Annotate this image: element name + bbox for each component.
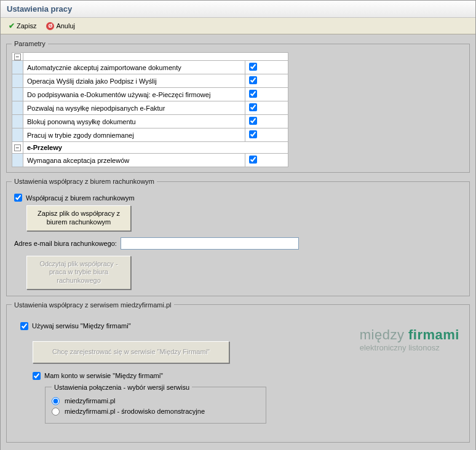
cooperate-accounting-label: Współpracuj z biurem rachunkowym (26, 194, 135, 202)
table-row: Automatycznie akceptuj zaimportowane dok… (12, 61, 288, 74)
miedzyfirmami-logo: między firmami elektroniczny listonosz (360, 327, 459, 352)
save-button-label: Zapisz (17, 22, 36, 30)
logo-part1: między (360, 327, 408, 342)
content: Parametry − Automatycznie akceptuj zaimp… (1, 34, 475, 450)
param-checkbox[interactable] (249, 90, 257, 98)
toolbar: ✔ Zapisz Ø Anuluj (1, 18, 475, 34)
param-checkbox[interactable] (249, 156, 257, 164)
accounting-email-input[interactable] (121, 237, 299, 250)
logo-part2: firmami (408, 327, 459, 342)
cancel-icon: Ø (46, 22, 54, 30)
window-title: Ustawienia pracy (1, 1, 475, 18)
table-row: Pozwalaj na wysyłkę niepodpisanych e-Fak… (12, 101, 288, 115)
use-service-label: Używaj serwisu "Między firmami" (32, 322, 131, 330)
connection-settings-legend: Ustawienia połączenia - wybór wersji ser… (52, 384, 192, 391)
param-label: Pozwalaj na wysyłkę niepodpisanych e-Fak… (23, 101, 245, 115)
logo-subtitle: elektroniczny listonosz (360, 343, 459, 352)
read-cooperation-file-button: Odczytaj plik współpracy - praca w trybi… (26, 256, 131, 290)
param-section-header: − (12, 53, 288, 61)
param-checkbox[interactable] (249, 63, 257, 71)
server-demo-radio[interactable] (52, 408, 60, 416)
have-account-checkbox[interactable] (33, 372, 41, 380)
connection-settings-group: Ustawienia połączenia - wybór wersji ser… (45, 384, 266, 424)
param-label: Operacja Wyślij działa jako Podpisz i Wy… (23, 74, 245, 88)
accounting-email-label: Adres e-mail biura rachunkowego: (14, 240, 117, 247)
parameters-table: − Automatycznie akceptuj zaimportowane d… (12, 52, 288, 167)
miedzyfirmami-legend: Ustawienia współpracy z serwisem miedzyf… (12, 301, 174, 309)
param-checkbox[interactable] (249, 117, 257, 125)
param-checkbox[interactable] (249, 103, 257, 111)
parameters-legend: Parametry (12, 40, 48, 47)
param-label: Blokuj ponowną wysyłkę dokumentu (23, 115, 245, 128)
cooperate-accounting-checkbox[interactable] (14, 194, 22, 202)
window: Ustawienia pracy ✔ Zapisz Ø Anuluj Param… (0, 0, 476, 450)
have-account-label: Mam konto w serwisie "Między firmami" (44, 372, 163, 379)
collapse-toggle-icon[interactable]: − (14, 144, 21, 151)
param-label: Pracuj w trybie zgody domniemanej (23, 128, 245, 142)
server-demo-label: miedzyfirmami.pl - środowisko demonstrac… (65, 408, 205, 415)
param-section-header: − e-Przelewy (12, 142, 288, 154)
scroll-area[interactable]: Parametry − Automatycznie akceptuj zaimp… (2, 36, 474, 450)
register-service-button: Chcę zarejestrować się w serwisie "Międz… (33, 341, 229, 363)
accounting-office-group: Ustawienia współpracy z biurem rachunkow… (6, 178, 470, 296)
check-icon: ✔ (9, 22, 15, 30)
table-row: Operacja Wyślij działa jako Podpisz i Wy… (12, 74, 288, 88)
collapse-toggle-icon[interactable]: − (14, 53, 21, 60)
cancel-button-label: Anuluj (56, 22, 75, 30)
param-section-label: e-Przelewy (23, 142, 288, 154)
param-checkbox[interactable] (249, 76, 257, 84)
save-cooperation-file-button[interactable]: Zapisz plik do współpracy z biurem rachu… (26, 205, 131, 231)
param-checkbox[interactable] (249, 130, 257, 138)
param-label: Automatycznie akceptuj zaimportowane dok… (23, 61, 245, 74)
accounting-legend: Ustawienia współpracy z biurem rachunkow… (12, 178, 157, 185)
server-prod-label: miedzyfirmami.pl (65, 397, 116, 405)
server-prod-radio[interactable] (52, 397, 60, 405)
table-row: Pracuj w trybie zgody domniemanej (12, 128, 288, 142)
parameters-group: Parametry − Automatycznie akceptuj zaimp… (6, 40, 470, 173)
cancel-button[interactable]: Ø Anuluj (42, 20, 79, 32)
table-row: Blokuj ponowną wysyłkę dokumentu (12, 115, 288, 128)
table-row: Wymagana akceptacja przelewów (12, 154, 288, 167)
miedzyfirmami-group: Ustawienia współpracy z serwisem miedzyf… (6, 301, 470, 443)
save-button[interactable]: ✔ Zapisz (4, 20, 41, 32)
use-service-checkbox[interactable] (20, 322, 28, 330)
param-label: Wymagana akceptacja przelewów (23, 154, 245, 167)
param-label: Do podpisywania e-Dokumentów używaj: e-P… (23, 88, 245, 101)
table-row: Do podpisywania e-Dokumentów używaj: e-P… (12, 88, 288, 101)
